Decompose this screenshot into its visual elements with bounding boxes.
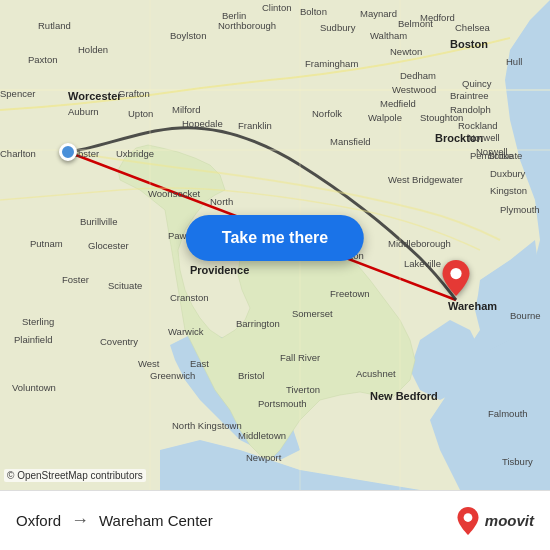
footer-bar: Oxford → Wareham Center moovit [0, 490, 550, 550]
route-info: Oxford → Wareham Center [16, 510, 213, 531]
moovit-pin-icon [457, 507, 479, 535]
map-attribution: © OpenStreetMap contributors [4, 469, 146, 482]
destination-label: Wareham Center [99, 512, 213, 529]
map-container: MedfordChelseaBostonBelmontWalthamNewton… [0, 0, 550, 490]
destination-marker [442, 260, 470, 300]
moovit-text: moovit [485, 512, 534, 529]
svg-point-13 [463, 513, 472, 522]
route-arrow: → [71, 510, 89, 531]
take-me-there-button[interactable]: Take me there [186, 215, 364, 261]
svg-point-12 [450, 268, 461, 279]
origin-marker [59, 143, 77, 161]
origin-label: Oxford [16, 512, 61, 529]
moovit-logo: moovit [457, 507, 534, 535]
